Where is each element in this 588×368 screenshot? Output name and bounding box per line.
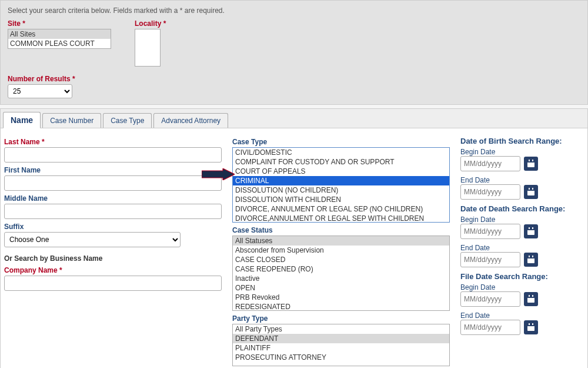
dod-end-label: End Date bbox=[460, 244, 584, 252]
case-type-option[interactable]: DIVORCE,ANNULMENT OR LEGAL SEP WITH CHIL… bbox=[233, 214, 449, 223]
case-type-option[interactable]: COMPLAINT FOR CUSTODY AND OR SUPPORT bbox=[233, 157, 449, 167]
locality-field: Locality * bbox=[135, 19, 166, 67]
case-type-option[interactable]: CIVIL/DOMESTIC bbox=[233, 148, 449, 157]
case-status-listbox[interactable]: All Statuses Absconder from Supervision … bbox=[232, 236, 450, 311]
dob-range-title: Date of Birth Search Range: bbox=[460, 137, 584, 145]
tab-advanced-attorney[interactable]: Advanced Attorney bbox=[153, 113, 228, 128]
tab-name[interactable]: Name bbox=[3, 112, 41, 128]
party-type-listbox[interactable]: All Party Types DEFENDANT PLAINTIFF PROS… bbox=[232, 324, 450, 366]
search-criteria-header: Select your search criteria below. Field… bbox=[0, 0, 588, 105]
svg-rect-10 bbox=[527, 228, 534, 230]
svg-rect-23 bbox=[529, 323, 530, 325]
svg-rect-3 bbox=[529, 160, 530, 161]
dod-begin-input[interactable] bbox=[460, 224, 520, 239]
svg-marker-0 bbox=[202, 168, 235, 180]
file-begin-input[interactable] bbox=[460, 291, 520, 307]
svg-rect-12 bbox=[532, 227, 533, 229]
case-status-option[interactable]: CASE CLOSED bbox=[233, 255, 449, 264]
instructions-text: Select your search criteria below. Field… bbox=[8, 6, 580, 15]
company-name-input[interactable] bbox=[4, 276, 222, 291]
case-status-label: Case Status bbox=[232, 226, 450, 234]
dob-end-input[interactable] bbox=[460, 184, 520, 200]
case-type-label: Case Type bbox=[232, 138, 450, 146]
num-results-select[interactable]: 25 bbox=[8, 84, 72, 98]
party-type-option[interactable]: PLAINTIFF bbox=[233, 343, 449, 353]
svg-rect-15 bbox=[529, 256, 530, 257]
site-label: Site * bbox=[8, 19, 111, 28]
tab-case-type[interactable]: Case Type bbox=[103, 113, 152, 128]
calendar-icon bbox=[527, 256, 535, 264]
middle-name-input[interactable] bbox=[4, 204, 222, 219]
dob-begin-label: Begin Date bbox=[460, 148, 584, 156]
file-begin-label: Begin Date bbox=[460, 283, 584, 291]
svg-rect-4 bbox=[532, 160, 533, 161]
case-status-option[interactable]: Inactive bbox=[233, 274, 449, 283]
last-name-input[interactable] bbox=[4, 147, 222, 163]
case-status-option[interactable]: CASE REOPENED (RO) bbox=[233, 264, 449, 274]
first-name-label: First Name bbox=[4, 166, 222, 174]
site-option[interactable]: COMMON PLEAS COURT bbox=[8, 39, 111, 48]
party-type-option[interactable]: PROSECUTING ATTORNEY bbox=[233, 353, 449, 362]
dob-end-label: End Date bbox=[460, 176, 584, 184]
tab-bar: Name Case Number Case Type Advanced Atto… bbox=[1, 109, 587, 128]
svg-rect-11 bbox=[529, 227, 530, 229]
search-tabs-panel: Name Case Number Case Type Advanced Atto… bbox=[0, 108, 588, 368]
case-type-option[interactable]: DIVORCE, ANNULMENT OR LEGAL SEP (NO CHIL… bbox=[233, 204, 449, 214]
dod-end-input[interactable] bbox=[460, 252, 520, 267]
calendar-button[interactable] bbox=[524, 185, 538, 199]
case-status-option[interactable]: PRB Revoked bbox=[233, 293, 449, 302]
svg-rect-24 bbox=[532, 323, 533, 325]
case-status-option[interactable]: REDESIGNATED bbox=[233, 302, 449, 311]
name-search-panel: Last Name * First Name Middle Name Suffi… bbox=[1, 128, 587, 368]
dob-begin-input[interactable] bbox=[460, 156, 520, 171]
case-type-option[interactable]: DISSOLUTION WITH CHILDREN bbox=[233, 195, 449, 204]
locality-label: Locality * bbox=[135, 19, 166, 28]
calendar-button[interactable] bbox=[524, 292, 538, 306]
party-type-option[interactable]: All Party Types bbox=[233, 324, 449, 334]
suffix-select[interactable]: Choose One bbox=[4, 232, 181, 247]
case-type-option[interactable]: CRIMINAL bbox=[233, 176, 449, 185]
calendar-button[interactable] bbox=[524, 157, 538, 171]
middle-name-label: Middle Name bbox=[4, 194, 222, 203]
calendar-icon bbox=[527, 323, 535, 331]
svg-rect-16 bbox=[532, 256, 533, 257]
site-option[interactable]: All Sites bbox=[8, 29, 111, 39]
case-type-listbox[interactable]: CIVIL/DOMESTIC COMPLAINT FOR CUSTODY AND… bbox=[232, 147, 450, 223]
case-status-option[interactable]: OPEN bbox=[233, 283, 449, 293]
calendar-icon bbox=[527, 295, 535, 303]
calendar-button[interactable] bbox=[524, 224, 538, 238]
party-type-label: Party Type bbox=[232, 314, 450, 323]
num-results-label: Number of Results * bbox=[8, 75, 580, 83]
file-end-label: End Date bbox=[460, 311, 584, 320]
file-end-input[interactable] bbox=[460, 320, 520, 335]
file-range-title: File Date Search Range: bbox=[460, 272, 584, 281]
suffix-label: Suffix bbox=[4, 223, 222, 231]
site-field: Site * All Sites COMMON PLEAS COURT bbox=[8, 19, 111, 67]
case-type-option[interactable]: DISSOLUTION (NO CHILDREN) bbox=[233, 185, 449, 195]
arrow-annotation-icon bbox=[202, 168, 235, 180]
svg-rect-14 bbox=[527, 257, 534, 258]
calendar-icon bbox=[527, 188, 535, 196]
calendar-icon bbox=[527, 160, 535, 168]
site-listbox[interactable]: All Sites COMMON PLEAS COURT bbox=[8, 29, 111, 49]
dod-begin-label: Begin Date bbox=[460, 216, 584, 224]
tab-case-number[interactable]: Case Number bbox=[42, 113, 101, 128]
svg-rect-2 bbox=[527, 161, 534, 163]
svg-rect-19 bbox=[529, 295, 530, 297]
case-status-option[interactable]: Absconder from Supervision bbox=[233, 246, 449, 255]
svg-rect-8 bbox=[532, 188, 533, 190]
party-type-option[interactable]: DEFENDANT bbox=[233, 334, 449, 343]
calendar-button[interactable] bbox=[524, 253, 538, 267]
case-status-option[interactable]: All Statuses bbox=[233, 236, 449, 246]
svg-rect-7 bbox=[529, 188, 530, 190]
first-name-input[interactable] bbox=[4, 175, 222, 191]
name-fields-column: Last Name * First Name Middle Name Suffi… bbox=[4, 134, 222, 366]
calendar-icon bbox=[527, 227, 535, 236]
case-type-option[interactable]: COURT OF APPEALS bbox=[233, 167, 449, 176]
svg-rect-18 bbox=[527, 296, 534, 298]
locality-listbox[interactable] bbox=[135, 29, 161, 67]
svg-rect-20 bbox=[532, 295, 533, 297]
calendar-button[interactable] bbox=[524, 320, 538, 334]
date-ranges-column: Date of Birth Search Range: Begin Date E… bbox=[460, 134, 584, 366]
company-name-label: Company Name * bbox=[4, 266, 222, 274]
